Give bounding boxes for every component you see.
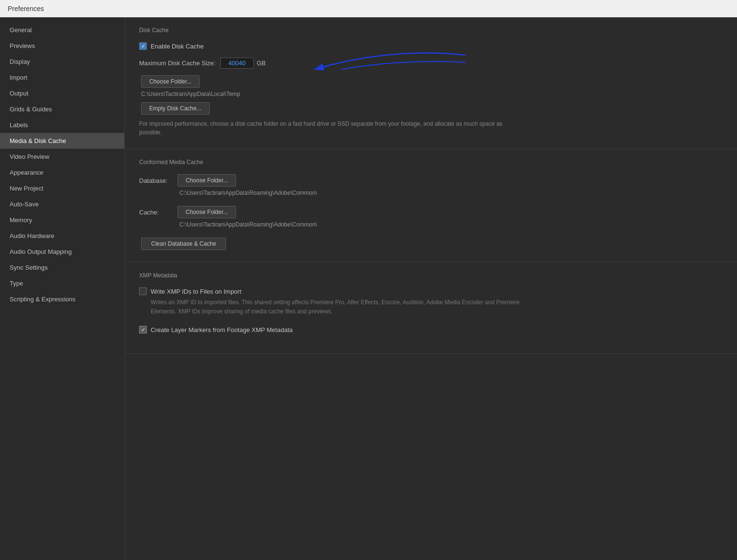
enable-disk-cache-checkbox[interactable]: ✓ <box>139 42 147 50</box>
database-row: Database: Choose Folder... C:\Users\Tact… <box>139 174 723 201</box>
xmp-metadata-title: XMP Metadata <box>139 272 723 279</box>
enable-disk-cache-label: Enable Disk Cache <box>151 43 204 50</box>
max-disk-cache-size-label: Maximum Disk Cache Size: <box>139 60 215 67</box>
sidebar-item-type[interactable]: Type <box>0 275 124 291</box>
sidebar-item-general[interactable]: General <box>0 22 124 38</box>
xmp-metadata-section: XMP Metadata ✓ Write XMP IDs to Files on… <box>125 262 737 354</box>
sidebar-item-output[interactable]: Output <box>0 85 124 101</box>
empty-disk-cache-button[interactable]: Empty Disk Cache... <box>141 102 210 115</box>
sidebar-item-new-project[interactable]: New Project <box>0 180 124 196</box>
sidebar-item-display[interactable]: Display <box>0 54 124 70</box>
write-xmp-info-text: Writes an XMP ID to imported files. This… <box>151 298 544 316</box>
sidebar-item-scripting-expressions[interactable]: Scripting & Expressions <box>0 291 124 307</box>
sidebar-item-media-disk-cache[interactable]: Media & Disk Cache <box>0 133 124 149</box>
sidebar-item-auto-save[interactable]: Auto-Save <box>0 196 124 212</box>
write-xmp-checkbox[interactable]: ✓ <box>139 287 147 295</box>
database-folder-path: C:\Users\Tactiran\AppData\Roaming\Adobe\… <box>179 190 317 196</box>
max-disk-cache-size-row: Maximum Disk Cache Size: GB <box>139 58 723 69</box>
create-layer-markers-row[interactable]: ✓ Create Layer Markers from Footage XMP … <box>139 326 723 334</box>
sidebar-item-previews[interactable]: Previews <box>0 38 124 54</box>
enable-disk-cache-row[interactable]: ✓ Enable Disk Cache <box>139 42 723 50</box>
conformed-media-cache-section: Conformed Media Cache Database: Choose F… <box>125 149 737 262</box>
conformed-media-cache-title: Conformed Media Cache <box>139 159 723 166</box>
sidebar-item-import[interactable]: Import <box>0 70 124 85</box>
clean-database-cache-button[interactable]: Clean Database & Cache <box>141 238 226 250</box>
max-disk-cache-size-input[interactable] <box>220 58 254 69</box>
disk-cache-info-text: For improved performance, choose a disk … <box>139 119 523 137</box>
cache-choose-folder-button[interactable]: Choose Folder... <box>178 206 236 218</box>
create-layer-markers-label: Create Layer Markers from Footage XMP Me… <box>151 326 293 334</box>
sidebar: General Previews Display Import Output G… <box>0 17 125 560</box>
sidebar-item-memory[interactable]: Memory <box>0 212 124 228</box>
disk-cache-size-unit: GB <box>257 60 266 67</box>
create-layer-markers-checkbox[interactable]: ✓ <box>139 326 147 334</box>
sidebar-item-video-preview[interactable]: Video Preview <box>0 149 124 165</box>
database-choose-folder-button[interactable]: Choose Folder... <box>178 174 236 187</box>
sidebar-item-audio-hardware[interactable]: Audio Hardware <box>0 228 124 244</box>
disk-cache-title: Disk Cache <box>139 27 723 34</box>
content-area: Disk Cache ✓ Enable Disk Cache Maximum D… <box>125 17 737 560</box>
cache-row: Cache: Choose Folder... C:\Users\Tactira… <box>139 206 723 233</box>
sidebar-item-appearance[interactable]: Appearance <box>0 165 124 180</box>
sidebar-item-sync-settings[interactable]: Sync Settings <box>0 260 124 275</box>
checkmark-icon: ✓ <box>141 44 145 49</box>
cache-content: Choose Folder... C:\Users\Tactiran\AppDa… <box>178 206 317 233</box>
title-bar: Preferences <box>0 0 737 17</box>
sidebar-item-labels[interactable]: Labels <box>0 117 124 133</box>
write-xmp-label: Write XMP IDs to Files on Import <box>151 288 241 295</box>
checkmark-layer-icon: ✓ <box>141 327 145 333</box>
disk-cache-section: Disk Cache ✓ Enable Disk Cache Maximum D… <box>125 17 737 149</box>
sidebar-item-grids-guides[interactable]: Grids & Guides <box>0 101 124 117</box>
disk-cache-choose-folder-button[interactable]: Choose Folder... <box>141 75 200 88</box>
disk-cache-folder-path: C:\Users\Tactiran\AppData\Local\Temp <box>141 91 723 97</box>
cache-folder-path: C:\Users\Tactiran\AppData\Roaming\Adobe\… <box>179 221 317 228</box>
cache-label: Cache: <box>139 206 178 216</box>
sidebar-item-audio-output-mapping[interactable]: Audio Output Mapping <box>0 244 124 260</box>
preferences-title: Preferences <box>8 5 44 12</box>
write-xmp-row[interactable]: ✓ Write XMP IDs to Files on Import <box>139 287 723 295</box>
database-content: Choose Folder... C:\Users\Tactiran\AppDa… <box>178 174 317 201</box>
database-label: Database: <box>139 174 178 184</box>
